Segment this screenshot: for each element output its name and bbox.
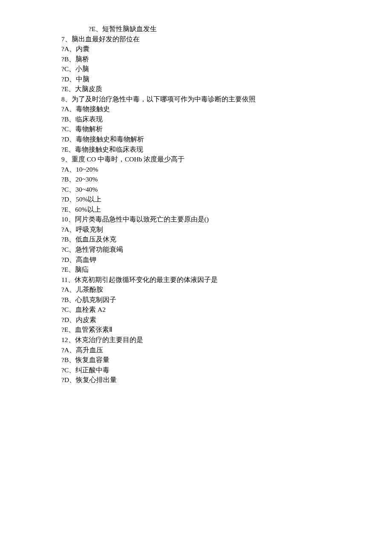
text-line: ?D、内皮素 bbox=[61, 315, 366, 325]
text-line: ?A、内囊 bbox=[61, 44, 366, 54]
text-line: 12、休克治疗的主要目的是 bbox=[61, 335, 366, 345]
text-line: 10、阿片类毒品急性中毒以致死亡的主要原由是() bbox=[61, 214, 366, 224]
text-line: ?B、恢复血容量 bbox=[61, 355, 366, 365]
text-line: ?C、急性肾功能衰竭 bbox=[61, 244, 366, 255]
text-line: ?C、30~40% bbox=[61, 184, 366, 195]
text-line: ?A、毒物接触史 bbox=[61, 104, 366, 114]
text-line: ?A、10~20% bbox=[61, 164, 366, 175]
text-line: ?B、脑桥 bbox=[61, 54, 366, 64]
text-line: ?C、毒物解析 bbox=[61, 124, 366, 134]
text-line: 8、为了及时治疗急性中毒，以下哪项可作为中毒诊断的主要依照 bbox=[61, 94, 366, 104]
text-line: ?A、高升血压 bbox=[61, 345, 366, 355]
text-line: ?C、血栓素 A2 bbox=[61, 305, 366, 315]
text-line: ?E、毒物接触史和临床表现 bbox=[61, 144, 366, 155]
text-line: ?E、短暂性脑缺血发生 bbox=[61, 24, 366, 34]
text-line: ?E、血管紧张素Ⅱ bbox=[61, 325, 366, 335]
text-line: ?B、20~30% bbox=[61, 174, 366, 184]
text-line: ?D、中脑 bbox=[61, 74, 366, 84]
text-line: ?C、纠正酸中毒 bbox=[61, 365, 366, 375]
text-line: ?B、低血压及休克 bbox=[61, 234, 366, 244]
text-line: ?E、脑疝 bbox=[61, 265, 366, 275]
text-line: ?A、呼吸克制 bbox=[61, 224, 366, 235]
text-line: ?D、毒物接触史和毒物解析 bbox=[61, 134, 366, 144]
text-line: ?D、恢复心排出量 bbox=[61, 375, 366, 385]
text-line: ?E、60%以上 bbox=[61, 204, 366, 215]
document-page: ?E、短暂性脑缺血发生7、脑出血最好发的部位在?A、内囊?B、脑桥?C、小脑?D… bbox=[0, 0, 392, 385]
text-line: 7、脑出血最好发的部位在 bbox=[61, 34, 366, 44]
text-line: ?C、小脑 bbox=[61, 64, 366, 74]
text-line: ?B、心肌克制因子 bbox=[61, 295, 366, 305]
text-line: 11、休克初期引起微循环变化的最主要的体液因子是 bbox=[61, 275, 366, 285]
text-line: 9、重度 CO 中毒时，COHb 浓度最少高于 bbox=[61, 154, 366, 164]
text-line: ?B、临床表现 bbox=[61, 114, 366, 124]
text-line: ?A、儿茶酚胺 bbox=[61, 285, 366, 295]
text-line: ?D、高血钾 bbox=[61, 255, 366, 265]
text-line: ?E、大脑皮质 bbox=[61, 84, 366, 94]
text-line: ?D、50%以上 bbox=[61, 194, 366, 204]
